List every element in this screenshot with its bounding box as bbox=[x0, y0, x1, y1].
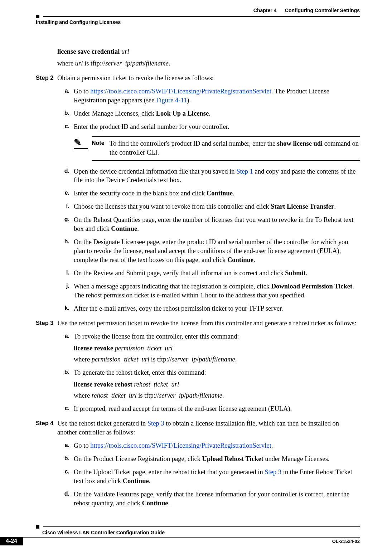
continue-label: Continue bbox=[207, 190, 233, 197]
step3-a: a. To revoke the license from the contro… bbox=[57, 332, 360, 364]
sub-label: a. bbox=[57, 332, 74, 364]
step2-h: h. On the Designate Licensee page, enter… bbox=[57, 238, 360, 264]
step3-b: b. To generate the rehost ticket, enter … bbox=[57, 368, 360, 400]
where-file: filename bbox=[146, 60, 169, 67]
step2-d: d. Open the device credential informatio… bbox=[57, 167, 360, 185]
note-rule-bottom bbox=[92, 160, 360, 161]
step2-e: e. Enter the security code in the blank … bbox=[57, 189, 360, 198]
footer-rule bbox=[0, 525, 360, 529]
step2-j: j. When a message appears indicating tha… bbox=[57, 282, 360, 300]
step2-b: b. Under Manage Licenses, click Look Up … bbox=[57, 109, 360, 118]
note-row: Note To find the controller's product ID… bbox=[92, 139, 360, 157]
figure-ref-link[interactable]: Figure 4-11 bbox=[156, 97, 187, 104]
registration-url-link[interactable]: https://tools.cisco.com/SWIFT/Licensing/… bbox=[90, 442, 271, 449]
step2-c: c. Enter the product ID and serial numbe… bbox=[57, 122, 360, 131]
cmd-name: license save credential bbox=[57, 48, 121, 55]
footer-book-title: Cisco Wireless LAN Controller Configurat… bbox=[42, 529, 360, 536]
sub-text: On the Designate Licensee page, enter th… bbox=[74, 238, 360, 264]
sub-label: c. bbox=[57, 468, 74, 486]
sub-text: Enter the product ID and serial number f… bbox=[74, 122, 360, 131]
page: Chapter 4 Configuring Controller Setting… bbox=[0, 0, 392, 554]
step4-c: c. On the Upload Ticket page, enter the … bbox=[57, 468, 360, 486]
license-revoke-rehost-cmd: license revoke rehost bbox=[74, 381, 134, 388]
download-permission-ticket-label: Download Permission Ticket bbox=[271, 283, 352, 290]
note-rule-top bbox=[92, 136, 360, 137]
sub-text: When a message appears indicating that t… bbox=[74, 282, 360, 300]
doc-id: OL-21524-02 bbox=[332, 538, 360, 545]
step-text: Use the rehost ticket generated in Step … bbox=[57, 419, 360, 437]
note-text: To find the controller's product ID and … bbox=[110, 139, 360, 157]
sub-text: Choose the licenses that you want to rev… bbox=[74, 202, 360, 211]
sub-label: c. bbox=[57, 404, 74, 413]
sub-label: b. bbox=[57, 455, 74, 463]
chapter-label: Chapter 4 bbox=[253, 8, 277, 13]
where-url: url bbox=[75, 60, 83, 67]
page-number-badge: 4-24 bbox=[0, 537, 23, 545]
step2-k: k. After the e-mail arrives, copy the re… bbox=[57, 304, 360, 313]
step3-c: c. If prompted, read and accept the term… bbox=[57, 404, 360, 413]
sub-label: f. bbox=[57, 202, 74, 211]
sub-text: To generate the rehost ticket, enter thi… bbox=[74, 368, 360, 400]
step3-a-where: where permission_ticket_url is tftp://se… bbox=[74, 355, 360, 364]
continue-label: Continue bbox=[123, 477, 149, 485]
sub-label: j. bbox=[57, 282, 74, 300]
step3-sublist: a. To revoke the license from the contro… bbox=[57, 332, 360, 413]
sub-label: b. bbox=[57, 109, 74, 118]
cmd-arg: url bbox=[121, 48, 129, 55]
step2-f: f. Choose the licenses that you want to … bbox=[57, 202, 360, 211]
sub-text: If prompted, read and accept the terms o… bbox=[74, 404, 360, 413]
step3-ref-link[interactable]: Step 3 bbox=[265, 468, 281, 476]
continue-label: Continue bbox=[111, 225, 137, 232]
look-up-license-label: Look Up a License bbox=[156, 110, 209, 117]
step3-b-cmd: license revoke rehost rehost_ticket_url bbox=[74, 380, 360, 389]
sub-text: On the Product License Registration page… bbox=[74, 455, 360, 463]
continue-label: Continue bbox=[142, 500, 168, 507]
sub-text: Open the device credential information f… bbox=[74, 167, 360, 185]
sub-label: e. bbox=[57, 189, 74, 198]
sub-text: After the e-mail arrives, copy the rehos… bbox=[74, 304, 360, 313]
step2-sublist: a. Go to https://tools.cisco.com/SWIFT/L… bbox=[57, 87, 360, 313]
step1-ref-link[interactable]: Step 1 bbox=[236, 168, 253, 175]
header-square-icon bbox=[36, 15, 39, 18]
intro-where: where url is tftp://server_ip/path/filen… bbox=[57, 59, 360, 68]
registration-url-link[interactable]: https://tools.cisco.com/SWIFT/Licensing/… bbox=[90, 88, 271, 95]
step-2: Step 2 Obtain a permission ticket to rev… bbox=[36, 74, 360, 83]
step3-a-text: To revoke the license from the controlle… bbox=[74, 332, 360, 341]
sub-label: c. bbox=[57, 122, 74, 131]
sub-text: Go to https://tools.cisco.com/SWIFT/Lice… bbox=[74, 441, 360, 450]
step4-d: d. On the Validate Features page, verify… bbox=[57, 490, 360, 508]
sub-label: d. bbox=[57, 490, 74, 508]
where-mid: is tftp:// bbox=[83, 60, 105, 67]
where-server: server_ip bbox=[105, 60, 130, 67]
step3-b-text: To generate the rehost ticket, enter thi… bbox=[74, 368, 360, 377]
sub-label: b. bbox=[57, 368, 74, 400]
pencil-icon: ✎ bbox=[74, 136, 92, 149]
submit-label: Submit bbox=[285, 269, 306, 277]
header-rule bbox=[36, 15, 360, 18]
sub-text: On the Review and Submit page, verify th… bbox=[74, 269, 360, 278]
step-label: Step 4 bbox=[36, 419, 57, 437]
step4-sublist: a. Go to https://tools.cisco.com/SWIFT/L… bbox=[57, 441, 360, 508]
header-section-title: Installing and Configuring Licenses bbox=[36, 19, 360, 26]
sub-text: Enter the security code in the blank box… bbox=[74, 189, 360, 198]
sub-text: On the Upload Ticket page, enter the reh… bbox=[74, 468, 360, 486]
sub-text: Under Manage Licenses, click Look Up a L… bbox=[74, 109, 360, 118]
note-label: Note bbox=[92, 139, 110, 157]
step3-ref-link[interactable]: Step 3 bbox=[147, 420, 164, 427]
step2-g: g. On the Rehost Quantities page, enter … bbox=[57, 215, 360, 233]
sub-text: To revoke the license from the controlle… bbox=[74, 332, 360, 364]
sub-label: k. bbox=[57, 304, 74, 313]
step3-a-cmd: license revoke permission_ticket_url bbox=[74, 344, 360, 353]
sub-label: g. bbox=[57, 215, 74, 233]
show-license-udi-cmd: show license udi bbox=[277, 140, 323, 147]
step-4: Step 4 Use the rehost ticket generated i… bbox=[36, 419, 360, 437]
where-path: path bbox=[132, 60, 144, 67]
header-bar bbox=[43, 16, 360, 17]
sub-text: On the Rehost Quantities page, enter the… bbox=[74, 215, 360, 233]
start-license-transfer-label: Start License Transfer bbox=[271, 203, 334, 210]
sub-label: a. bbox=[57, 87, 74, 105]
note-icon-col: ✎ bbox=[74, 136, 92, 161]
body: license save credential url where url is… bbox=[36, 47, 360, 508]
sub-text: On the Validate Features page, verify th… bbox=[74, 490, 360, 508]
continue-label: Continue bbox=[227, 256, 253, 263]
